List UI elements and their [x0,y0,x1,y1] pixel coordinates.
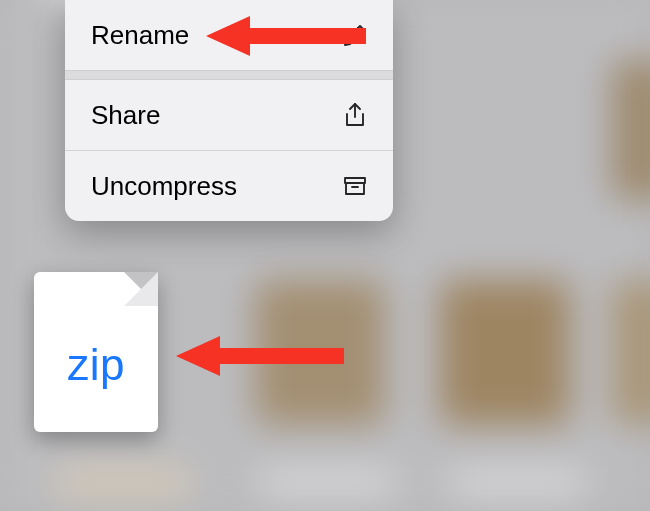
menu-item-label: Rename [91,20,189,51]
context-menu: Rename Share Uncompress [65,0,393,221]
menu-item-rename[interactable]: Rename [65,0,393,70]
menu-item-share[interactable]: Share [65,80,393,150]
menu-item-uncompress[interactable]: Uncompress [65,151,393,221]
page-fold-icon [124,272,158,306]
menu-separator [65,70,393,80]
svg-rect-1 [346,183,364,194]
archive-icon [341,172,369,200]
menu-item-label: Uncompress [91,171,237,202]
menu-item-label: Share [91,100,160,131]
file-type-label: zip [34,340,158,390]
pencil-icon [341,21,369,49]
file-zip[interactable]: zip [34,272,158,432]
share-icon [341,101,369,129]
